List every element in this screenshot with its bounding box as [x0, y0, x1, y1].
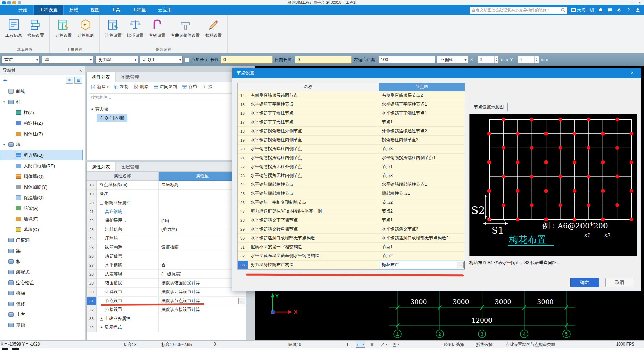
ok-button[interactable]: 确定: [570, 278, 599, 287]
more-button[interactable]: ...: [238, 298, 245, 304]
tab-property-list[interactable]: 属性列表: [87, 162, 116, 171]
property-row[interactable]: 28 抗震等级 (一级抗震): [87, 270, 246, 279]
project-info-button[interactable]: 工程信息: [3, 17, 24, 40]
user-account[interactable]: 天海一线: [571, 7, 594, 13]
node-setting-row[interactable]: 14 右侧垂直筋顶层锚固节点 右侧垂直筋顶层节点2: [238, 91, 465, 100]
avatar-icon[interactable]: [635, 7, 641, 13]
property-row[interactable]: 30 计算设置 按默认计算设置计算: [87, 288, 246, 297]
help-search-input[interactable]: 自定义贴图怎么处理复杂多变异构件的装修?: [470, 7, 567, 14]
node-diagram-value[interactable]: 节点1: [379, 243, 465, 252]
component-group[interactable]: ◢ 剪力墙: [87, 105, 246, 113]
node-diagram-value[interactable]: 节点2: [379, 198, 465, 207]
nav-item[interactable]: 空心楼盖: [0, 277, 83, 288]
node-diagram-value[interactable]: 节点3: [379, 171, 465, 180]
gear-icon[interactable]: [616, 7, 622, 13]
node-diagram-value[interactable]: 端部端柱节点1: [379, 189, 465, 198]
ribbon-tab[interactable]: 建模: [64, 5, 84, 15]
cross-layer-select-button[interactable]: 跨图层选择: [444, 342, 464, 348]
node-diagram-value[interactable]: 节点1: [379, 216, 465, 225]
property-value[interactable]: 按默认搭接设置计算: [159, 305, 246, 314]
maximize-button[interactable]: □: [631, 1, 633, 5]
ribbon-tab[interactable]: 开始: [12, 5, 33, 15]
delete-button[interactable]: 删除: [131, 83, 151, 91]
new-button[interactable]: 新建▾: [89, 83, 111, 91]
nav-item[interactable]: 砌体加筋(Y): [0, 182, 83, 192]
ribbon-tab[interactable]: 视图: [84, 5, 105, 15]
node-setting-row[interactable]: 28 水平钢筋斜交丁字墙节点 节点1: [238, 216, 465, 225]
property-value[interactable]: [159, 314, 246, 323]
node-diagram-value[interactable]: 右侧垂直筋顶层节点2: [379, 91, 465, 100]
grid-view-button[interactable]: ▦: [74, 77, 82, 84]
tab-layer-manage[interactable]: 图层管理: [116, 162, 145, 171]
node-setting-row[interactable]: 17 水平钢筋丁字无柱节点 节点1: [238, 118, 465, 127]
node-diagram-value[interactable]: 节点1: [379, 162, 465, 171]
bell-icon[interactable]: [598, 7, 603, 13]
interlayer-copy-button[interactable]: 层间复制: [151, 83, 179, 91]
ortho-button[interactable]: [344, 341, 354, 348]
component-select[interactable]: JLQ-1▾: [140, 56, 183, 64]
message-icon[interactable]: [607, 7, 613, 13]
nav-item[interactable]: ▾ 墙: [0, 139, 83, 150]
nav-item[interactable]: 剪力墙(Q): [0, 150, 83, 160]
node-setting-row[interactable]: 20 水平钢筋拐角暗柱内侧节点 节点3: [238, 145, 465, 154]
deselect-button[interactable]: [367, 341, 377, 348]
node-diagram-value[interactable]: 外侧钢筋连续通过节点2: [379, 127, 465, 136]
component-search-input[interactable]: 搜索构件...: [89, 93, 244, 101]
rebar-calc-settings-button[interactable]: 计算设置: [103, 17, 124, 40]
hook-settings-button[interactable]: 弯钩设置: [147, 17, 168, 40]
property-row[interactable]: 42 + 显示样式: [87, 323, 246, 332]
point-snap-button[interactable]: ▾: [391, 341, 400, 348]
extract-button[interactable]: 提: [200, 83, 215, 91]
node-setting-row[interactable]: 16 水平钢筋丁字端柱节点 水平钢筋丁字端柱节点1: [238, 109, 465, 118]
node-setting-row[interactable]: 30 水平钢筋遇洞口或端部无节点构造 水平钢筋遇洞口或端部无节点构造2: [238, 234, 465, 243]
nav-item[interactable]: 幕墙(Q): [0, 224, 83, 235]
property-row[interactable]: 29 锚固搭接 按默认锚固搭接计算: [87, 279, 246, 288]
expander[interactable]: +: [100, 326, 103, 329]
property-row[interactable]: 22 保护层厚... (15): [87, 216, 246, 225]
component-item[interactable]: JLQ-1 [内墙]: [97, 114, 127, 122]
property-row[interactable]: 27 水平钢筋... 否: [87, 261, 246, 270]
minimize-button[interactable]: –: [624, 1, 626, 5]
property-row[interactable]: 19 备注: [87, 190, 246, 198]
expander[interactable]: +: [100, 317, 103, 321]
node-diagram-value[interactable]: 水平钢筋斜交节点3: [379, 225, 465, 234]
ribbon-tab[interactable]: 云应用: [152, 5, 178, 15]
reverse-length-input[interactable]: 0: [295, 56, 352, 63]
offset-mode-select[interactable]: 不偏移▾: [437, 56, 468, 64]
length-input[interactable]: 0: [221, 56, 273, 63]
nav-item[interactable]: 砌体柱(Z): [0, 129, 83, 139]
property-row[interactable]: 33 + 土建业务属性: [87, 314, 246, 323]
floor-select[interactable]: 首层▾: [1, 56, 40, 64]
node-setting-row[interactable]: 21 水平钢筋拐角端柱内侧节点 水平钢筋拐角端柱内侧节点1: [238, 154, 465, 162]
nav-item[interactable]: 轴线: [0, 86, 83, 97]
nav-item[interactable]: ▾ 柱: [0, 97, 83, 107]
node-setting-row[interactable]: 31 配筋不同的墙一字相交构造 节点1: [238, 243, 465, 252]
nav-item[interactable]: 装修: [0, 299, 83, 309]
bend-adjust-settings-button[interactable]: 弯曲调整值设置: [169, 17, 202, 40]
node-setting-row[interactable]: 23 水平钢筋拐角无柱内侧节点 节点3: [238, 171, 465, 180]
list-view-button[interactable]: ≡: [66, 77, 73, 84]
tab-component-list[interactable]: 构件列表: [87, 72, 116, 82]
x-coordinate-stepper[interactable]: 0▲▼: [478, 56, 499, 63]
node-diagram-value[interactable]: 水平钢筋丁字端柱节点1: [379, 109, 465, 118]
nav-item[interactable]: 构造柱(Z): [0, 118, 83, 129]
node-diagram-value[interactable]: 节点2: [379, 252, 465, 261]
cancel-button[interactable]: 取消: [605, 278, 634, 287]
property-row[interactable]: 24 压墙筋: [87, 234, 246, 243]
expander[interactable]: -: [100, 201, 103, 205]
weight-settings-button[interactable]: 比重设置: [125, 17, 146, 40]
property-row[interactable]: 32 搭接设置 按默认搭接设置计算: [87, 305, 246, 314]
stepper-arrows-icon[interactable]: ▲▼: [534, 56, 539, 63]
node-diagram-value[interactable]: 水平钢筋端部暗柱节点1: [379, 180, 465, 189]
archive-button[interactable]: 存档: [180, 83, 199, 91]
nav-item[interactable]: 楼梯: [0, 288, 83, 299]
ribbon-tab[interactable]: 工具: [105, 5, 126, 15]
nav-item[interactable]: 门窗洞: [0, 235, 83, 245]
property-row[interactable]: 23 汇总信息 (剪力墙): [87, 225, 246, 234]
copy-button[interactable]: 复制: [112, 83, 131, 91]
nav-item[interactable]: 装配式: [0, 267, 83, 277]
close-button[interactable]: ×: [639, 1, 641, 5]
civil-calc-settings-button[interactable]: 计算设置: [53, 17, 74, 40]
node-setting-row[interactable]: 15 水平钢筋丁字暗柱节点 水平钢筋丁字暗柱节点1: [238, 100, 465, 109]
property-row[interactable]: 20 - 钢筋业务属性: [87, 198, 246, 207]
